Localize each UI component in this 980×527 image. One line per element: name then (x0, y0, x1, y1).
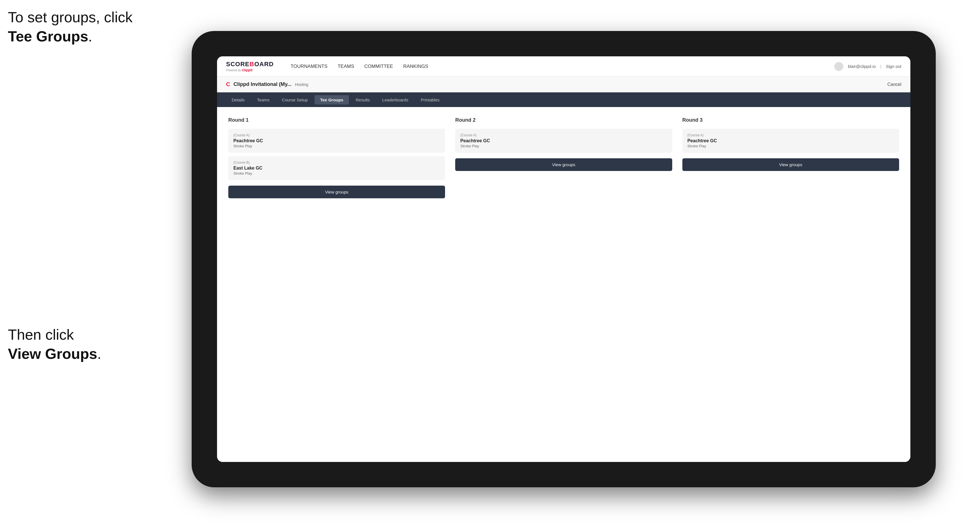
round3-course-a-format: Stroke Play (687, 144, 894, 148)
view-groups-round2[interactable]: View groups (455, 158, 672, 171)
tablet-device: SCOREBOARD Powered by clippit TOURNAMENT… (192, 31, 936, 487)
nav-right: blair@clippd.io | Sign out (834, 62, 901, 71)
course-b-format: Stroke Play (233, 171, 440, 176)
round-2-course-a: (Course A) Peachtree GC Stroke Play (455, 129, 672, 153)
nav-committee[interactable]: COMMITTEE (364, 63, 393, 69)
tournament-bar: C Clippd Invitational (My... Hosting Can… (217, 76, 910, 92)
logo: SCOREBOARD Powered by clippit (226, 60, 274, 72)
instruction-line4-bold: View Groups (8, 346, 97, 362)
round-1-column: Round 1 (Course A) Peachtree GC Stroke P… (228, 117, 445, 198)
instruction-line1: To set groups, click (8, 9, 132, 25)
tournament-title: Clippd Invitational (My... (233, 81, 291, 87)
nav-links: TOURNAMENTS TEAMS COMMITTEE RANKINGS (291, 63, 823, 69)
sign-out-link[interactable]: Sign out (886, 64, 901, 69)
round2-course-a-format: Stroke Play (460, 144, 667, 148)
round2-course-a-label: (Course A) (460, 133, 667, 137)
instruction-top: To set groups, click Tee Groups. (8, 8, 132, 46)
instruction-line3: Then click (8, 327, 74, 343)
round3-course-a-label: (Course A) (687, 133, 894, 137)
course-a-label: (Course A) (233, 133, 440, 137)
user-email: blair@clippd.io (848, 64, 876, 69)
round-3-title: Round 3 (682, 117, 899, 123)
round-2-column: Round 2 (Course A) Peachtree GC Stroke P… (455, 117, 672, 198)
tab-leaderboards[interactable]: Leaderboards (377, 95, 414, 105)
sub-navbar: Details Teams Course Setup Tee Groups Re… (217, 92, 910, 107)
instruction-line2-bold: Tee Groups (8, 28, 88, 44)
tab-details[interactable]: Details (226, 95, 250, 105)
course-b-name: East Lake GC (233, 166, 440, 171)
tab-teams[interactable]: Teams (251, 95, 275, 105)
nav-teams[interactable]: TEAMS (338, 63, 354, 69)
round-3-column: Round 3 (Course A) Peachtree GC Stroke P… (682, 117, 899, 198)
course-b-label: (Course B) (233, 160, 440, 165)
tab-tee-groups[interactable]: Tee Groups (315, 95, 349, 105)
logo-sub: Powered by clippit (226, 68, 274, 72)
course-a-name: Peachtree GC (233, 138, 440, 143)
course-a-format: Stroke Play (233, 144, 440, 148)
round3-course-a-name: Peachtree GC (687, 138, 894, 143)
nav-rankings[interactable]: RANKINGS (403, 63, 428, 69)
round-1-course-a: (Course A) Peachtree GC Stroke Play (228, 129, 445, 153)
instruction-bottom: Then click View Groups. (8, 325, 101, 364)
round2-course-a-name: Peachtree GC (460, 138, 667, 143)
logo-text: SCOREBOARD (226, 60, 274, 68)
cancel-button[interactable]: Cancel (887, 82, 901, 87)
tab-results[interactable]: Results (350, 95, 375, 105)
rounds-grid: Round 1 (Course A) Peachtree GC Stroke P… (228, 117, 899, 198)
tab-printables[interactable]: Printables (415, 95, 445, 105)
user-avatar (834, 62, 843, 71)
tournament-name: C Clippd Invitational (My... Hosting (226, 81, 309, 87)
tab-course-setup[interactable]: Course Setup (276, 95, 313, 105)
round-1-course-b: (Course B) East Lake GC Stroke Play (228, 156, 445, 180)
round-1-title: Round 1 (228, 117, 445, 123)
tablet-screen: SCOREBOARD Powered by clippit TOURNAMENT… (217, 56, 910, 462)
round-2-title: Round 2 (455, 117, 672, 123)
hosting-badge: Hosting (295, 82, 308, 87)
round-3-course-a: (Course A) Peachtree GC Stroke Play (682, 129, 899, 153)
top-navbar: SCOREBOARD Powered by clippit TOURNAMENT… (217, 56, 910, 76)
main-content: Round 1 (Course A) Peachtree GC Stroke P… (217, 107, 910, 462)
nav-tournaments[interactable]: TOURNAMENTS (291, 63, 328, 69)
view-groups-round3[interactable]: View groups (682, 158, 899, 171)
view-groups-round1[interactable]: View groups (228, 186, 445, 198)
